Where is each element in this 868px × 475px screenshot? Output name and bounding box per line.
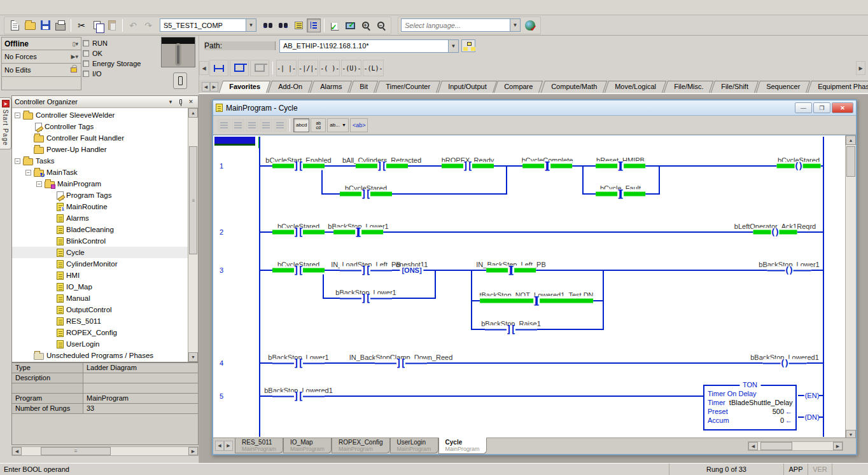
ote-instruction-button[interactable]: -( )- [319,60,340,76]
assemble-edits-icon[interactable] [246,119,258,132]
xic-contact[interactable]: ][ [356,162,408,170]
tab-scroll-buttons[interactable]: ◀▶ [202,82,218,92]
new-file-icon[interactable] [8,18,22,32]
redo-icon[interactable]: ↷ [141,18,155,32]
rung-number[interactable]: 4 [220,359,223,367]
instruction-tab[interactable]: Compare [494,81,543,93]
start-page-tab[interactable]: ➤ Start Page [0,97,11,149]
routine-tab[interactable]: UserLogin MainProgram [390,438,438,453]
accept-edits-icon[interactable] [218,119,230,132]
properties-hscrollbar[interactable]: ◀ ≡ ▶ [11,446,199,456]
zoom-out-icon[interactable]: − [374,18,388,32]
instruction-tab[interactable]: Bit [349,81,378,93]
instruction-tab[interactable]: Timer/Counter [375,81,440,93]
scroll-right-icon[interactable]: ▶ [833,442,843,450]
ons-instruction[interactable]: [ONS] [400,266,423,274]
property-value[interactable]: Ladder Diagram [83,363,198,373]
tree-item[interactable]: HMI [12,270,188,281]
tree-expander-icon[interactable] [25,170,31,176]
close-icon[interactable]: ✕ [832,102,853,113]
minimize-icon[interactable]: — [795,102,812,113]
path-combo[interactable]: AB_ETHIP-1\192.168.1.10* ▼ [279,39,459,53]
menu-item[interactable] [48,6,60,10]
menu-item[interactable] [14,6,25,10]
menu-item[interactable] [71,6,83,10]
tree-item[interactable]: MainProgram [12,178,188,189]
undo-icon[interactable]: ↶ [126,18,140,32]
instruction-tab[interactable]: File/Shift [711,81,759,93]
wrap-tag-names-button[interactable]: abcd [311,118,326,132]
xio-contact[interactable]: ]/[ [522,162,572,171]
organizer-close-icon[interactable]: ✕ [186,97,195,106]
instruction-tab[interactable]: Input/Output [438,81,497,93]
rung-number[interactable]: 5 [220,392,223,400]
tree-item[interactable]: Unscheduled Programs / Phases [12,350,188,361]
tree-item[interactable]: BladeCleaning [12,224,188,235]
scroll-down-icon[interactable]: ▼ [188,352,198,362]
tree-item[interactable]: RES_5011 [12,315,188,327]
ote-coil[interactable]: () [777,162,821,170]
show-descriptions-button[interactable]: <ab> [350,118,368,132]
tree-item[interactable]: UserLogin [12,338,188,350]
ladder-window-titlebar[interactable]: MainProgram - Cycle — ❐ ✕ [213,100,856,116]
instruction-tab[interactable]: File/Misc. [664,81,714,93]
tree-item[interactable]: Power-Up Handler [12,144,188,155]
untest-edits-icon[interactable] [274,119,286,132]
tree-item[interactable]: Controller Fault Handler [12,132,188,144]
menu-item[interactable] [83,6,94,10]
instruction-tab[interactable]: Move/Logical [605,81,666,93]
ladder-hscrollbar[interactable]: ◀ ▶ [748,441,843,451]
rung-number[interactable]: 1 [220,162,223,170]
tree-item[interactable]: MainTask [12,167,188,178]
property-value[interactable] [83,383,198,393]
forces-dropdown-icon[interactable]: ▶▾ [71,53,78,60]
ton-instruction-box[interactable]: TON Timer On Delay Timer tBladeShuttle_D… [703,385,797,430]
tree-item[interactable]: MainRoutine [12,201,188,212]
xio-contact[interactable]: ]/[ [596,189,645,199]
tab-scroll-left-icon[interactable]: ◀ [215,441,224,451]
open-file-icon[interactable] [23,18,37,32]
mode-row[interactable]: Offline ▯▾ [1,37,81,50]
xic-contact[interactable]: ][ [375,359,427,368]
menu-item[interactable] [94,6,106,10]
palette-scroll-right-icon[interactable]: ▶ [856,61,865,75]
verify-routine-icon[interactable] [328,18,342,32]
xio-contact[interactable]: ]/[ [596,162,645,171]
scrollbar-thumb[interactable] [760,442,792,450]
rung-number[interactable]: 3 [220,266,223,274]
xic-contact[interactable]: ][ [442,162,494,170]
cancel-edits-icon[interactable] [232,119,244,132]
menu-item[interactable] [37,6,48,10]
xio-contact[interactable]: ]/[ [486,266,536,275]
tree-item[interactable]: Program Tags [12,189,188,201]
selected-rung-marker[interactable] [214,137,255,146]
scroll-left-icon[interactable]: ◀ [748,442,758,450]
tab-scroll-right-icon[interactable]: ▶ [210,82,218,92]
combo-dropdown-icon[interactable]: ▼ [510,19,520,31]
xic-contact[interactable]: ][ [340,266,392,275]
organizer-pin-icon[interactable] [176,97,185,106]
zoom-in-icon[interactable]: + [358,18,372,32]
ote-coil[interactable]: () [753,228,797,237]
tag-display-combo[interactable]: ab...▼ [327,118,349,132]
xic-contact[interactable]: ][ [485,326,537,334]
property-value[interactable]: 33 [83,404,198,413]
cut-icon[interactable]: ✂ [74,18,88,32]
tab-scroll-left-icon[interactable]: ◀ [202,82,210,92]
ote-coil[interactable]: () [767,266,811,275]
tree-item[interactable]: Cycle [12,247,188,258]
rung-number[interactable]: 2 [220,228,223,236]
tree-expander-icon[interactable] [36,181,42,187]
xic-contact[interactable]: ][ [272,359,325,368]
routine-tab[interactable]: RES_5011 MainProgram [235,438,283,453]
new-rung-button[interactable] [209,60,228,76]
tree-item[interactable]: Manual [12,293,188,304]
tab-scroll-right-icon[interactable]: ▶ [224,441,233,451]
program-selector-combo[interactable]: S5_TEST1_COMP ▼ [160,18,256,32]
routine-tab[interactable]: IO_Map MainProgram [283,438,332,453]
ton-preset-value[interactable]: 500 [773,408,784,415]
tree-expander-icon[interactable] [15,113,20,118]
tree-item[interactable]: ROPEX_Config [12,327,188,338]
paste-icon[interactable] [105,18,119,32]
scroll-up-icon[interactable]: ▲ [846,135,856,145]
